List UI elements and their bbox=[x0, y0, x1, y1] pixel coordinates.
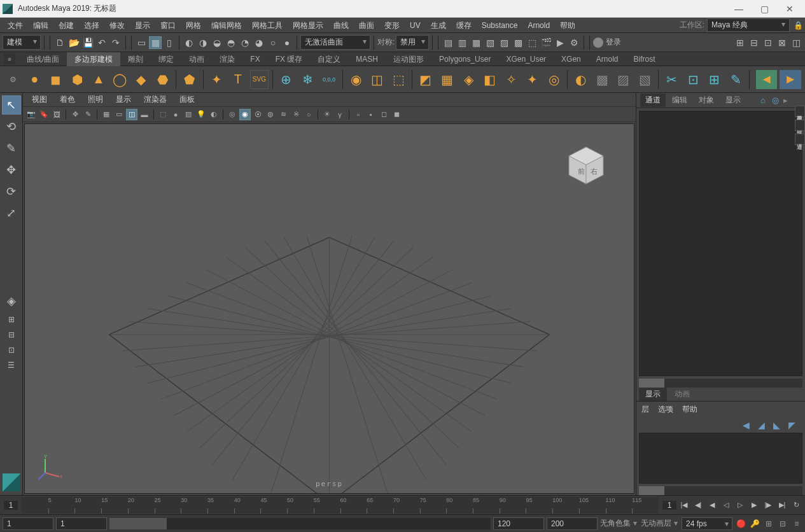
menu-edit[interactable]: 编辑 bbox=[28, 18, 53, 33]
step-back-icon[interactable]: ◀ bbox=[706, 499, 718, 512]
layer-menu-help[interactable]: 帮助 bbox=[682, 404, 697, 415]
range-start-field[interactable]: 1 bbox=[3, 517, 53, 530]
mask-deformer-icon[interactable]: ◔ bbox=[239, 36, 251, 49]
shelf-tab-custom[interactable]: 自定义 bbox=[310, 52, 348, 66]
uv-planar-icon[interactable]: ▨ bbox=[614, 70, 633, 89]
mask-surface-icon[interactable]: ◓ bbox=[225, 36, 237, 49]
quad-draw-icon[interactable]: ✎ bbox=[726, 70, 745, 89]
menu-substance[interactable]: Substance bbox=[477, 18, 523, 33]
new-scene-icon[interactable]: 🗋 bbox=[53, 36, 66, 49]
collapse-icon[interactable]: ✦ bbox=[523, 70, 542, 89]
vp-1-icon[interactable]: ▫ bbox=[353, 109, 364, 120]
separate-icon[interactable]: ◫ bbox=[368, 70, 387, 89]
home-icon[interactable]: ⌂ bbox=[760, 95, 769, 104]
shelf-tab-mograph[interactable]: 运动图形 bbox=[386, 52, 431, 66]
smooth-shade-icon[interactable]: ● bbox=[170, 109, 181, 120]
snap-grid-icon[interactable]: ▤ bbox=[442, 36, 454, 49]
side-tab-attr[interactable]: 属性 bbox=[795, 120, 805, 131]
channel-box[interactable] bbox=[639, 111, 802, 376]
extrude-icon[interactable]: ◈ bbox=[459, 70, 478, 89]
current-frame-end[interactable]: 1 bbox=[662, 501, 676, 510]
shelf-end-1-icon[interactable]: ◄ bbox=[756, 70, 777, 89]
poly-cube-icon[interactable]: ◼ bbox=[46, 70, 66, 89]
toggle-construction-icon[interactable]: ⬚ bbox=[526, 36, 538, 49]
smooth-icon[interactable]: ◎ bbox=[544, 70, 563, 89]
shelf-tab-render[interactable]: 渲染 bbox=[212, 52, 242, 66]
menu-file[interactable]: 文件 bbox=[3, 18, 28, 33]
redo-icon[interactable]: ↷ bbox=[109, 36, 122, 49]
layer-tab-display[interactable]: 显示 bbox=[639, 388, 667, 401]
uv-editor-icon[interactable]: ▩ bbox=[592, 70, 612, 89]
tab-edit[interactable]: 编辑 bbox=[667, 94, 692, 107]
chevron-icon[interactable]: ▸ bbox=[783, 95, 792, 104]
gate-mask-icon[interactable]: ▬ bbox=[139, 109, 150, 120]
shelf-tab-fx[interactable]: FX bbox=[242, 52, 267, 66]
step-fwd-icon[interactable]: ▶ bbox=[748, 499, 760, 512]
move-tool[interactable]: ✥ bbox=[2, 160, 21, 179]
layer-down-icon[interactable]: ◢ bbox=[758, 420, 768, 430]
layer-tab-anim[interactable]: 动画 bbox=[668, 388, 696, 401]
shelf-tab-arnold[interactable]: Arnold bbox=[589, 52, 626, 66]
menu-curves[interactable]: 曲线 bbox=[328, 18, 354, 33]
panel-show[interactable]: 显示 bbox=[111, 94, 136, 105]
menu-help[interactable]: 帮助 bbox=[555, 18, 580, 33]
snap-projected-icon[interactable]: ▧ bbox=[484, 36, 496, 49]
step-back-key-icon[interactable]: ◀| bbox=[692, 499, 704, 512]
shelf-tab-polymodel[interactable]: 多边形建模 bbox=[67, 52, 120, 66]
poly-plane-icon[interactable]: ◆ bbox=[132, 70, 151, 89]
mask-curve-icon[interactable]: ◒ bbox=[211, 36, 223, 49]
shelf-settings-icon[interactable]: ⚙ bbox=[4, 70, 23, 89]
menu-window[interactable]: 窗口 bbox=[155, 18, 181, 33]
close-button[interactable]: ✕ bbox=[777, 1, 802, 17]
save-scene-icon[interactable]: 💾 bbox=[81, 36, 94, 49]
scale-tool[interactable]: ⤢ bbox=[2, 204, 21, 223]
uv-auto-icon[interactable]: ▧ bbox=[635, 70, 654, 89]
film-gate-icon[interactable]: ▭ bbox=[113, 109, 125, 120]
layer-add-icon[interactable]: ◤ bbox=[788, 420, 799, 430]
shelf-tab-anim[interactable]: 动画 bbox=[181, 52, 212, 66]
menu-uv[interactable]: UV bbox=[405, 18, 426, 33]
symmetry-dropdown[interactable]: 禁用 bbox=[396, 35, 429, 50]
poly-svg-icon[interactable]: SVG bbox=[250, 70, 269, 89]
shadows-icon[interactable]: ◐ bbox=[208, 109, 220, 120]
panel-renderer[interactable]: 渲染器 bbox=[139, 94, 172, 105]
shelf-tab-xgenuser[interactable]: XGen_User bbox=[498, 52, 554, 66]
vp-2-icon[interactable]: ▪ bbox=[365, 109, 377, 120]
textured-icon[interactable]: ▨ bbox=[183, 109, 194, 120]
select-hierarchy-icon[interactable]: ▯ bbox=[163, 36, 176, 49]
play-fwd-icon[interactable]: ▷ bbox=[734, 499, 746, 512]
resolution-gate-icon[interactable]: ◫ bbox=[126, 109, 137, 120]
layer-menu-layers[interactable]: 层 bbox=[641, 404, 649, 415]
viewport-3d[interactable]: 前 右 Y x z persp bbox=[24, 123, 634, 494]
globe-icon[interactable]: ◎ bbox=[772, 95, 781, 104]
layout-icon-3[interactable]: ⊡ bbox=[762, 36, 774, 49]
viewcube-icon[interactable]: 前 右 bbox=[564, 143, 608, 188]
ipr-icon[interactable]: ▶ bbox=[554, 36, 566, 49]
menu-meshtools[interactable]: 网格工具 bbox=[247, 18, 288, 33]
layout-four-icon[interactable]: ⊟ bbox=[2, 328, 21, 341]
select-component-icon[interactable]: ▦ bbox=[149, 36, 162, 49]
tab-channels[interactable]: 通道 bbox=[640, 94, 666, 107]
snap-plane-icon[interactable]: ▨ bbox=[498, 36, 510, 49]
freeze-icon[interactable]: ❄ bbox=[298, 70, 318, 89]
layer-up-icon[interactable]: ◀ bbox=[743, 420, 753, 430]
wireframe-icon[interactable]: ⬚ bbox=[157, 109, 169, 120]
shelf-tab-mash[interactable]: MASH bbox=[348, 52, 386, 66]
snap-point-icon[interactable]: ▦ bbox=[470, 36, 482, 49]
play-back-icon[interactable]: ◁ bbox=[720, 499, 732, 512]
maximize-button[interactable]: ▢ bbox=[752, 1, 777, 17]
step-fwd-key-icon[interactable]: |▶ bbox=[762, 499, 774, 512]
bridge-icon[interactable]: ▦ bbox=[438, 70, 457, 89]
panel-lighting[interactable]: 照明 bbox=[83, 94, 108, 105]
menu-cache[interactable]: 缓存 bbox=[451, 18, 477, 33]
panel-panels[interactable]: 面板 bbox=[174, 94, 200, 105]
go-end-icon[interactable]: ▶| bbox=[776, 499, 788, 512]
layout-icon-2[interactable]: ⊟ bbox=[748, 36, 760, 49]
mask-misc-icon[interactable]: ● bbox=[281, 36, 293, 49]
go-start-icon[interactable]: |◀ bbox=[678, 499, 690, 512]
side-tab-modeling[interactable]: 建模工具包 bbox=[795, 106, 805, 117]
poly-cylinder-icon[interactable]: ⬢ bbox=[68, 70, 87, 89]
mask-dynamics-icon[interactable]: ◕ bbox=[253, 36, 265, 49]
shelf-tab-polyuser[interactable]: Polygons_User bbox=[431, 52, 498, 66]
select-object-icon[interactable]: ▭ bbox=[135, 36, 148, 49]
